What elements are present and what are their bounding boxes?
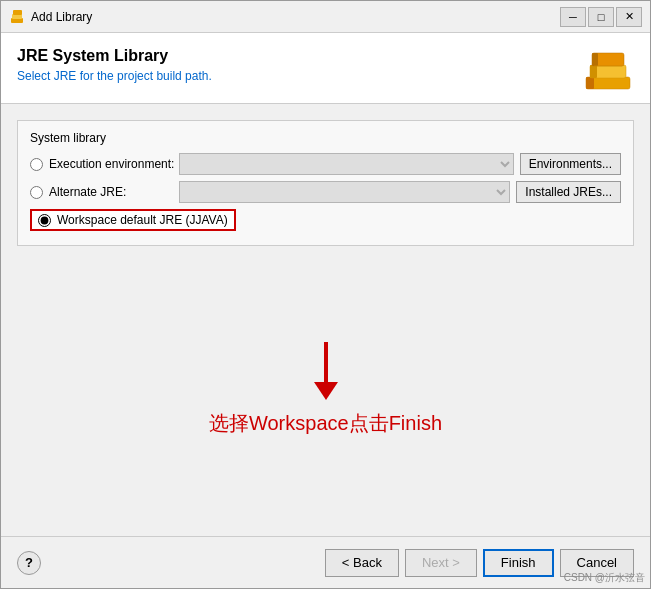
- arrow-down-indicator: [314, 342, 338, 400]
- minimize-button[interactable]: ─: [560, 7, 586, 27]
- group-label: System library: [30, 131, 621, 145]
- execution-env-combo[interactable]: [179, 153, 514, 175]
- svg-rect-2: [13, 10, 22, 15]
- arrow-shaft: [324, 342, 328, 382]
- help-button[interactable]: ?: [17, 551, 41, 575]
- alternate-jre-combo[interactable]: [179, 181, 510, 203]
- content-area: System library Execution environment: En…: [1, 104, 650, 536]
- main-window: Add Library ─ □ ✕ JRE System Library Sel…: [0, 0, 651, 589]
- back-button[interactable]: < Back: [325, 549, 399, 577]
- next-button[interactable]: Next >: [405, 549, 477, 577]
- close-button[interactable]: ✕: [616, 7, 642, 27]
- title-bar: Add Library ─ □ ✕: [1, 1, 650, 33]
- window-controls: ─ □ ✕: [560, 7, 642, 27]
- dialog-subtitle: Select JRE for the project build path.: [17, 69, 212, 83]
- alternate-jre-label: Alternate JRE:: [49, 185, 179, 199]
- svg-rect-6: [590, 65, 597, 78]
- execution-env-label: Execution environment:: [49, 157, 179, 171]
- dialog-title: JRE System Library: [17, 47, 212, 65]
- workspace-jre-radio[interactable]: [38, 214, 51, 227]
- window-title: Add Library: [31, 10, 560, 24]
- footer-left: ?: [17, 551, 41, 575]
- footer: ? < Back Next > Finish Cancel: [1, 536, 650, 588]
- arrow-head: [314, 382, 338, 400]
- header-icon: [582, 47, 634, 93]
- svg-rect-8: [592, 53, 598, 66]
- annotation-area: 选择Workspace点击Finish: [17, 258, 634, 520]
- window-icon: [9, 9, 25, 25]
- installed-jres-button[interactable]: Installed JREs...: [516, 181, 621, 203]
- workspace-default-row: Workspace default JRE (JJAVA): [30, 209, 236, 231]
- workspace-jre-label: Workspace default JRE (JJAVA): [57, 213, 228, 227]
- system-library-group: System library Execution environment: En…: [17, 120, 634, 246]
- watermark: CSDN @沂水弦音: [564, 571, 645, 585]
- alternate-jre-row: Alternate JRE: Installed JREs...: [30, 181, 621, 203]
- header-left: JRE System Library Select JRE for the pr…: [17, 47, 212, 83]
- execution-env-row: Execution environment: Environments...: [30, 153, 621, 175]
- environments-button[interactable]: Environments...: [520, 153, 621, 175]
- maximize-button[interactable]: □: [588, 7, 614, 27]
- finish-button[interactable]: Finish: [483, 549, 554, 577]
- execution-env-radio[interactable]: [30, 158, 43, 171]
- svg-rect-4: [586, 77, 594, 89]
- alternate-jre-radio[interactable]: [30, 186, 43, 199]
- header-section: JRE System Library Select JRE for the pr…: [1, 33, 650, 104]
- annotation-text: 选择Workspace点击Finish: [209, 410, 442, 437]
